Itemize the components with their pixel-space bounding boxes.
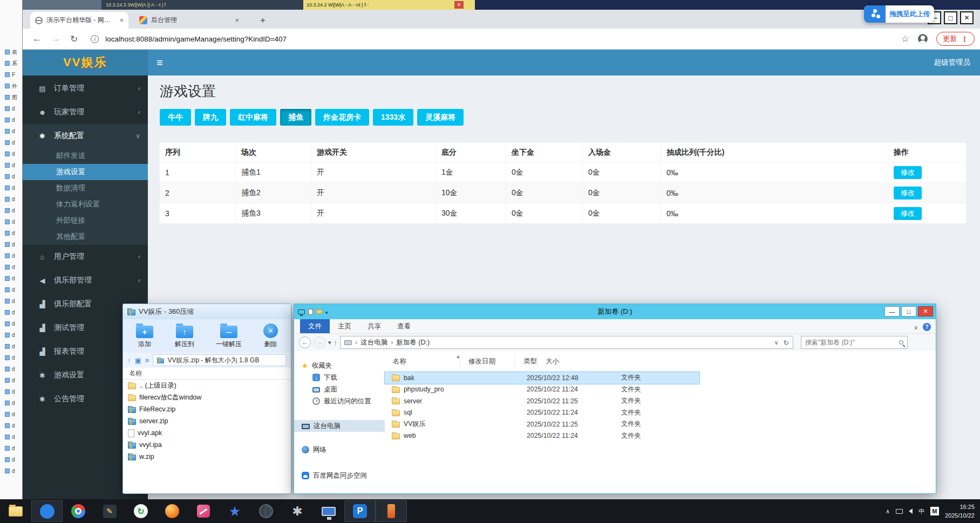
up-level-icon[interactable]	[127, 356, 131, 364]
file-row[interactable]: VV娱乐 2025/10/22 11:25 文件夹	[385, 418, 699, 430]
minimize-icon[interactable]: —	[884, 306, 900, 316]
user-role[interactable]: 超级管理员	[934, 58, 980, 67]
file-row[interactable]: sql 2025/10/22 11:24 文件夹	[385, 407, 699, 419]
sidebar-item[interactable]: 外部链接	[23, 212, 148, 229]
taskbar-app-button[interactable]	[282, 500, 313, 522]
archive-file-row[interactable]: .. (上级目录)	[123, 380, 291, 391]
file-row[interactable]: web 2025/10/22 11:24 文件夹	[385, 430, 699, 442]
archive-tool-button[interactable]: 添加	[136, 323, 153, 349]
taskbar-app-button[interactable]	[0, 500, 31, 522]
menu-toggle-icon[interactable]	[156, 57, 163, 69]
taskbar-app-button[interactable]	[63, 500, 94, 522]
taskbar-app-button[interactable]	[94, 500, 125, 522]
nav-this-pc[interactable]: 这台电脑	[294, 420, 385, 432]
close-tab-icon[interactable]: ×	[119, 16, 124, 24]
modify-button[interactable]: 修改	[894, 166, 922, 179]
archive-file-row[interactable]: server.zip	[123, 415, 291, 427]
browser-tab-1[interactable]: 演示平台精华版 - 网站后台管理系 ×	[30, 12, 128, 29]
computer-icon[interactable]	[298, 309, 305, 314]
close-icon[interactable]: ✕	[918, 306, 933, 316]
sidebar-item[interactable]: ▤ 订单管理 ‹	[23, 77, 148, 100]
file-row[interactable]: phpstudy_pro 2025/10/22 11:24 文件夹	[385, 384, 699, 396]
sidebar-item[interactable]: 邮件发送	[23, 148, 148, 164]
sidebar-item[interactable]: ◀ 俱乐部管理 ‹	[23, 269, 148, 292]
update-button[interactable]: 更新	[936, 32, 975, 46]
modify-button[interactable]: 修改	[894, 187, 922, 199]
new-folder-icon[interactable]	[316, 309, 322, 314]
game-tab-button[interactable]: 灵溪麻将	[417, 109, 464, 126]
display-tray-icon[interactable]	[896, 509, 903, 514]
menu-dots-icon[interactable]	[961, 35, 968, 43]
archive-file-row[interactable]: FileRecv.zip	[123, 403, 291, 415]
archive-tool-button[interactable]: 一键解压	[216, 323, 242, 349]
taskbar-app-button[interactable]	[250, 500, 282, 522]
game-tab-button[interactable]: 牛牛	[160, 109, 191, 126]
search-box[interactable]: 搜索"新加卷 (D:)"	[801, 336, 908, 349]
view-icon[interactable]	[135, 356, 141, 364]
archive-file-row[interactable]: filerecv放C盘window	[123, 391, 291, 403]
archive-tool-button[interactable]: 删除	[263, 324, 278, 349]
volume-icon[interactable]	[909, 508, 913, 514]
taskbar-app-button[interactable]	[219, 500, 250, 522]
back-icon[interactable]	[32, 33, 42, 44]
nav-item[interactable]: 下载	[294, 371, 385, 383]
column-header[interactable]: 名称	[385, 354, 460, 368]
browser-tab-2[interactable]: 后台管理 ×	[134, 12, 244, 29]
close-icon[interactable]	[960, 11, 974, 24]
profile-icon[interactable]	[918, 34, 928, 44]
address-dropdown-icon[interactable]	[774, 339, 778, 347]
language-indicator[interactable]: 中	[918, 507, 924, 515]
nav-baidu-netdisk[interactable]: 百度网盘同步空间	[294, 470, 385, 481]
clock[interactable]: 16:25 2025/10/22	[945, 503, 975, 520]
breadcrumb-root[interactable]: 这台电脑	[360, 338, 387, 347]
ribbon-tab[interactable]: 查看	[389, 319, 419, 333]
archive-tool-button[interactable]: 解压到	[175, 323, 194, 349]
sidebar-item[interactable]: 体力返利设置	[23, 196, 148, 212]
taskbar-app-button[interactable]	[376, 500, 407, 522]
qat-dropdown-icon[interactable]	[325, 308, 328, 316]
back-icon[interactable]: ←	[299, 336, 311, 348]
archive-titlebar[interactable]: VV娱乐 - 360压缩	[123, 304, 291, 319]
game-tab-button[interactable]: 捕鱼	[280, 109, 311, 126]
game-tab-button[interactable]: 炸金花房卡	[315, 109, 369, 126]
sidebar-item[interactable]: ✱ 系统配置 ∨	[23, 124, 148, 148]
column-header[interactable]: 修改日期	[460, 354, 515, 368]
column-header[interactable]: 大小	[537, 354, 560, 368]
forward-icon[interactable]: →	[314, 336, 325, 348]
ime-indicator[interactable]: M	[930, 507, 939, 515]
game-tab-button[interactable]: 牌九	[195, 109, 226, 126]
url-input[interactable]	[104, 35, 590, 44]
nav-item[interactable]: 桌面	[294, 383, 385, 395]
archive-file-row[interactable]: vvyl.apk	[123, 427, 291, 439]
archive-name-column[interactable]: 名称	[123, 368, 291, 380]
help-icon[interactable]: ?	[923, 323, 931, 331]
sidebar-item[interactable]: 数据清理	[23, 180, 148, 196]
taskbar-app-button[interactable]	[156, 500, 188, 522]
list-view-icon[interactable]	[145, 356, 149, 364]
ribbon-tab[interactable]: 文件	[300, 319, 330, 333]
sidebar-item[interactable]: 游戏设置	[23, 164, 148, 180]
file-row[interactable]: server 2025/10/22 11:25 文件夹	[385, 395, 699, 407]
new-tab-button[interactable]: +	[256, 14, 269, 27]
sidebar-item[interactable]: 其他配置	[23, 229, 148, 245]
nav-item[interactable]: 最近访问的位置	[294, 395, 385, 407]
taskbar-app-button[interactable]	[31, 500, 63, 522]
file-row[interactable]: bak 2025/10/22 12:48 文件夹	[385, 372, 699, 384]
archive-file-box[interactable]: VV娱乐.zip - 解包大小为 1.8 GB	[153, 354, 287, 366]
bookmark-star-icon[interactable]	[901, 33, 909, 45]
taskbar-app-button[interactable]	[188, 500, 219, 522]
maximize-icon[interactable]	[944, 11, 957, 24]
sidebar-item[interactable]: ☻ 玩家管理 ‹	[23, 100, 148, 124]
game-tab-button[interactable]: 红中麻将	[230, 109, 276, 126]
archive-file-row[interactable]: w.zip	[123, 451, 291, 463]
explorer-titlebar[interactable]: 新加卷 (D:) — □ ✕	[294, 304, 936, 319]
properties-icon[interactable]	[308, 309, 313, 315]
nav-network[interactable]: 网络	[294, 444, 385, 456]
upload-overlay[interactable]: 拖拽至此上传	[864, 5, 934, 23]
modify-button[interactable]: 修改	[894, 207, 922, 220]
taskbar-app-button[interactable]	[125, 500, 156, 522]
column-header[interactable]: 类型	[515, 354, 537, 368]
breadcrumb[interactable]: 这台电脑 新加卷 (D:)	[340, 336, 793, 349]
ribbon-tab[interactable]: 共享	[359, 319, 389, 333]
refresh-icon[interactable]	[784, 339, 789, 347]
